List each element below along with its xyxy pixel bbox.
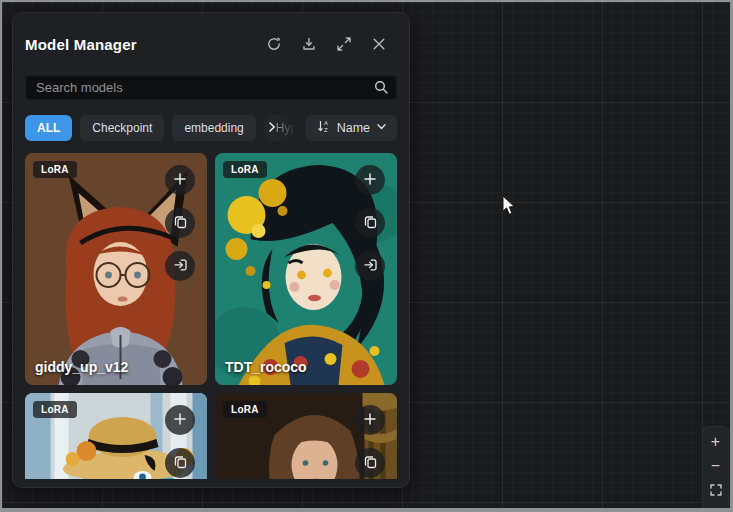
import-model-button[interactable]: [165, 251, 195, 281]
plus-icon: [172, 411, 188, 430]
copy-icon: [173, 214, 188, 232]
refresh-button[interactable]: [266, 36, 282, 52]
download-button[interactable]: [301, 36, 317, 52]
panel-header-actions: [266, 36, 397, 52]
model-type-badge: LoRA: [33, 401, 77, 418]
add-model-button[interactable]: [355, 165, 385, 195]
model-type-badge: LoRA: [223, 401, 267, 418]
panel-header: Model Manager: [25, 31, 397, 57]
sort-dropdown[interactable]: AZ Name: [306, 115, 397, 141]
filter-tab-embedding[interactable]: embedding: [172, 115, 255, 141]
chevron-down-icon: [376, 121, 387, 135]
zoom-out-button[interactable]: −: [703, 454, 728, 478]
plus-icon: [362, 411, 378, 430]
search-input[interactable]: [25, 75, 397, 100]
mouse-cursor: [502, 195, 517, 220]
model-manager-panel: Model Manager: [12, 12, 410, 488]
copy-icon: [363, 454, 378, 472]
svg-text:Z: Z: [324, 127, 328, 133]
lock-icon: [709, 507, 723, 508]
plus-icon: [172, 171, 188, 190]
filter-tab-checkpoint[interactable]: Checkpoint: [80, 115, 164, 141]
filter-row: ALL Checkpoint embedding Hypernet AZ Nam…: [25, 115, 397, 141]
canvas-zoom-toolbar: + −: [702, 426, 729, 508]
expand-button[interactable]: [336, 36, 352, 52]
copy-model-button[interactable]: [355, 208, 385, 238]
expand-icon: [336, 36, 352, 52]
search-bar: [25, 75, 397, 100]
model-card-tdt-rococo[interactable]: LoRA TDT_rococo: [215, 153, 397, 385]
copy-model-button[interactable]: [165, 448, 195, 478]
sort-alpha-icon: AZ: [316, 119, 331, 137]
model-card-3[interactable]: LoRA: [25, 393, 207, 479]
card-actions: [355, 165, 385, 281]
import-model-button[interactable]: [355, 251, 385, 281]
close-button[interactable]: [371, 36, 387, 52]
model-type-badge: LoRA: [223, 161, 267, 178]
zoom-in-button[interactable]: +: [703, 430, 728, 454]
sort-label: Name: [337, 121, 370, 135]
filter-tab-all[interactable]: ALL: [25, 115, 72, 141]
model-grid: LoRA giddy_up_v12: [25, 153, 397, 479]
import-icon: [173, 257, 188, 275]
card-actions: [165, 165, 195, 281]
svg-text:A: A: [324, 120, 328, 126]
refresh-icon: [266, 36, 282, 52]
search-icon: [373, 79, 389, 99]
model-name: giddy_up_v12: [35, 359, 128, 375]
close-icon: [371, 36, 387, 52]
workflow-canvas[interactable]: Model Manager: [2, 2, 730, 508]
copy-model-button[interactable]: [165, 208, 195, 238]
copy-icon: [173, 454, 188, 472]
chevron-right-icon: [265, 122, 279, 137]
tabs-scroll-right-button[interactable]: [265, 120, 279, 137]
model-card-4[interactable]: LoRA: [215, 393, 397, 479]
panel-title: Model Manager: [25, 36, 137, 53]
card-actions: [165, 405, 195, 478]
copy-model-button[interactable]: [355, 448, 385, 478]
fit-view-button[interactable]: [703, 478, 728, 502]
add-model-button[interactable]: [165, 165, 195, 195]
copy-icon: [363, 214, 378, 232]
download-icon: [301, 36, 317, 52]
plus-icon: [362, 171, 378, 190]
fit-view-icon: [709, 483, 723, 497]
model-card-giddy-up-v12[interactable]: LoRA giddy_up_v12: [25, 153, 207, 385]
lock-button[interactable]: [703, 502, 728, 508]
add-model-button[interactable]: [355, 405, 385, 435]
card-actions: [355, 405, 385, 478]
model-name: TDT_rococo: [225, 359, 307, 375]
add-model-button[interactable]: [165, 405, 195, 435]
import-icon: [363, 257, 378, 275]
model-type-badge: LoRA: [33, 161, 77, 178]
